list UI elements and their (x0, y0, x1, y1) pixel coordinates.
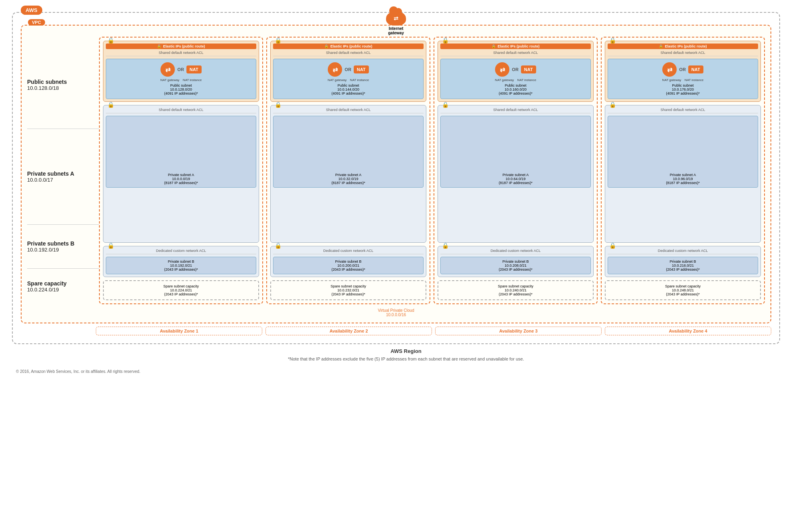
public-subnet-box-zone2: 🔒 🔒 Elastic IPs (public route) Shared de… (270, 41, 426, 102)
internet-gateway-icon: ⇄ Internet gateway (386, 11, 406, 35)
aws-badge: AWS (21, 6, 42, 15)
private-b-name-4: Private subnet B10.0.216.0/21(2043 IP ad… (610, 260, 755, 271)
left-label-private-a-cidr: 10.0.0.0/17 (27, 177, 99, 183)
nat-gateway-icon-4: ⇄ (662, 62, 677, 77)
aws-region-label: AWS Region (8, 348, 804, 354)
private-b-box-zone4: 🔒 Dedicated custom network ACL Private s… (605, 246, 761, 277)
or-text-4: OR (679, 67, 686, 72)
private-a-box-zone2: 🔒 Shared default network ACL Private sub… (270, 105, 426, 243)
private-b-name-3: Private subnet B10.0.208.0/21(2043 IP ad… (443, 260, 588, 271)
shared-acl-label-private-a-2: Shared default network ACL (273, 108, 424, 113)
public-subnet-name-4: Public subnet10.0.176.0/20(4091 IP addre… (666, 83, 699, 95)
nat-row-1: ⇄ OR NAT (160, 62, 201, 77)
nat-instance-badge-4: NAT (688, 65, 703, 73)
zones-container: 🔒 🔒 Elastic IPs (public route) Shared de… (99, 37, 765, 304)
nat-labels-4: NAT gateway NAT instance (662, 78, 704, 82)
igw-label: Internet gateway (388, 26, 404, 35)
cloud-icon: ⇄ (386, 11, 406, 26)
spare-name-1: Spare subnet capacity10.0.224.0/21(2043 … (107, 284, 255, 296)
zone-label-2: Availability Zone 2 (265, 327, 432, 335)
zone-label-4: Availability Zone 4 (605, 327, 771, 335)
spare-name-3: Spare subnet capacity10.0.240.0/21(2043 … (442, 284, 590, 296)
dedicated-acl-label-1: Dedicated custom network ACL (106, 249, 256, 254)
public-subnet-box-zone3: 🔒 🔒 Elastic IPs (public route) Shared de… (438, 41, 594, 102)
spare-box-zone3: Spare subnet capacity10.0.240.0/21(2043 … (438, 280, 594, 300)
private-b-box-zone2: 🔒 Dedicated custom network ACL Private s… (270, 246, 426, 277)
nat-instance-badge-3: NAT (521, 65, 536, 73)
dedicated-acl-label-3: Dedicated custom network ACL (440, 249, 591, 254)
spare-box-zone1: Spare subnet capacity10.0.224.0/21(2043 … (103, 280, 259, 300)
subnet-inner-public-2: ⇄ OR NAT NAT gateway NAT instance Public… (273, 59, 424, 99)
nat-instance-label-3: NAT instance (517, 78, 537, 82)
nat-gateway-icon-3: ⇄ (495, 62, 509, 77)
left-label-private-a: Private subnets A 10.0.0.0/17 (27, 129, 99, 224)
nat-row-3: ⇄ OR NAT (495, 62, 536, 77)
zone-column-1: 🔒 🔒 Elastic IPs (public route) Shared de… (99, 37, 263, 304)
zone-label-3: Availability Zone 3 (435, 327, 602, 335)
elastic-ip-bar-2: 🔒 Elastic IPs (public route) (273, 44, 424, 49)
left-label-spare-cidr: 10.0.224.0/19 (27, 287, 99, 293)
lock-icon-private-a-1: 🔒 (107, 101, 114, 108)
outer-vpc-container: VPC ⇄ Internet gateway Public subnets 10… (21, 25, 771, 323)
left-labels: Public subnets 10.0.128.0/18 Private sub… (27, 37, 99, 304)
subnet-inner-public-1: ⇄ OR NAT NAT gateway NAT instance Public… (106, 59, 256, 99)
nat-labels-2: NAT gateway NAT instance (327, 78, 370, 82)
elastic-ip-bar-4: 🔒 Elastic IPs (public route) (608, 44, 758, 49)
private-a-box-zone3: 🔒 Shared default network ACL Private sub… (438, 105, 594, 243)
zone-column-2: 🔒 🔒 Elastic IPs (public route) Shared de… (266, 37, 430, 304)
or-text-1: OR (177, 67, 184, 72)
lock-icon-public-1: 🔒 (107, 37, 114, 44)
private-b-box-zone1: 🔒 Dedicated custom network ACL Private s… (103, 246, 259, 277)
left-label-public-cidr: 10.0.128.0/18 (27, 85, 99, 91)
shared-acl-label-public-1: Shared default network ACL (106, 51, 256, 56)
shared-acl-label-public-3: Shared default network ACL (440, 51, 591, 56)
private-a-inner-2: Private subnet A10.0.32.0/19(8187 IP add… (273, 116, 424, 188)
nat-gateway-label-1: NAT gateway (160, 78, 180, 82)
zone-labels-row: Availability Zone 1Availability Zone 2Av… (21, 327, 771, 335)
or-text-3: OR (512, 67, 519, 72)
nat-instance-badge-1: NAT (186, 65, 202, 73)
nat-gateway-icon-2: ⇄ (328, 62, 342, 77)
nat-instance-label-4: NAT instance (684, 78, 704, 82)
zone-label-spacer (21, 327, 93, 335)
private-a-name-1: Private subnet A10.0.0.0/19(8187 IP addr… (109, 173, 254, 185)
nat-gateway-label-2: NAT gateway (327, 78, 347, 82)
private-a-box-zone1: 🔒 Shared default network ACL Private sub… (103, 105, 259, 243)
left-label-public: Public subnets 10.0.128.0/18 (27, 41, 99, 129)
or-text-2: OR (345, 67, 351, 72)
zone-label-1: Availability Zone 1 (96, 327, 262, 335)
nat-row-4: ⇄ OR NAT (662, 62, 703, 77)
shared-acl-label-public-2: Shared default network ACL (273, 51, 424, 56)
nat-row-2: ⇄ OR NAT (328, 62, 368, 77)
private-a-name-2: Private subnet A10.0.32.0/19(8187 IP add… (276, 173, 421, 185)
zone-column-4: 🔒 🔒 Elastic IPs (public route) Shared de… (601, 37, 765, 304)
private-a-inner-4: Private subnet A10.0.96.0/19(8187 IP add… (608, 116, 758, 188)
lock-icon-private-b-1: 🔒 (107, 242, 114, 249)
outer-aws-container: AWS VPC ⇄ Internet gateway Public subnet… (12, 12, 780, 344)
public-subnet-name-1: Public subnet10.0.128.0/20(4091 IP addre… (164, 83, 198, 95)
private-b-inner-3: Private subnet B10.0.208.0/21(2043 IP ad… (440, 257, 591, 274)
private-a-name-4: Private subnet A10.0.96.0/19(8187 IP add… (610, 173, 755, 185)
cloud-arrows: ⇄ (394, 15, 398, 22)
lock-icon-private-a-2: 🔒 (275, 101, 281, 108)
copyright: © 2016, Amazon Web Services, Inc. or its… (8, 369, 804, 374)
left-label-private-b-title: Private subnets B (27, 240, 99, 247)
nat-instance-badge-2: NAT (354, 65, 369, 73)
private-a-inner-1: Private subnet A10.0.0.0/19(8187 IP addr… (106, 116, 256, 188)
shared-acl-label-public-4: Shared default network ACL (608, 51, 758, 56)
nat-labels-1: NAT gateway NAT instance (160, 78, 202, 82)
nat-gateway-icon-1: ⇄ (160, 62, 175, 77)
lock-icon-private-b-4: 🔒 (609, 242, 616, 249)
spare-box-zone4: Spare subnet capacity10.0.248.0/21(2043 … (605, 280, 761, 300)
public-subnet-box-zone4: 🔒 🔒 Elastic IPs (public route) Shared de… (605, 41, 761, 102)
private-b-inner-1: Private subnet B10.0.192.0/21(2043 IP ad… (106, 257, 256, 274)
subnet-inner-public-3: ⇄ OR NAT NAT gateway NAT instance Public… (440, 59, 591, 99)
main-layout: Public subnets 10.0.128.0/18 Private sub… (27, 37, 765, 304)
left-label-private-a-title: Private subnets A (27, 170, 99, 177)
nat-labels-3: NAT gateway NAT instance (495, 78, 537, 82)
spare-box-zone2: Spare subnet capacity10.0.232.0/21(2043 … (270, 280, 426, 300)
zone-column-3: 🔒 🔒 Elastic IPs (public route) Shared de… (434, 37, 598, 304)
dedicated-acl-label-4: Dedicated custom network ACL (608, 249, 758, 254)
spare-name-4: Spare subnet capacity10.0.248.0/21(2043 … (609, 284, 757, 296)
left-label-spare: Spare capacity 10.0.224.0/19 (27, 268, 99, 304)
